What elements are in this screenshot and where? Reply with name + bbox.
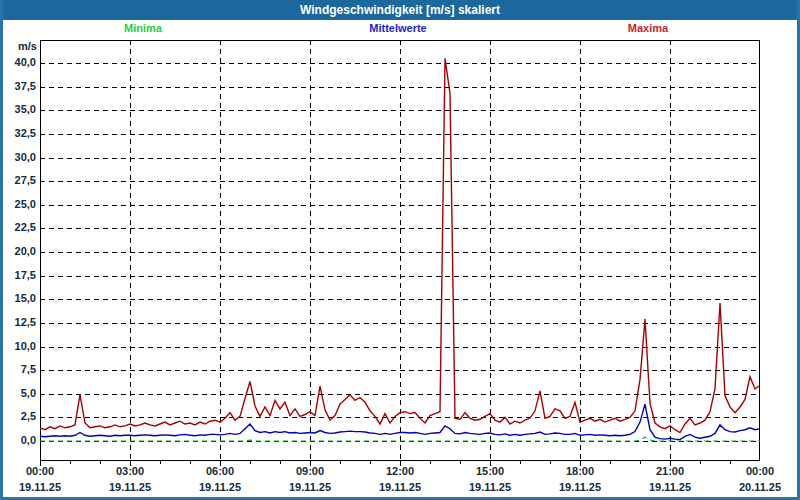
- y-tick-label: 17,5: [0, 269, 36, 281]
- x-tick-date-label: 19.11.25: [5, 481, 75, 493]
- y-tick-label: 0,0: [0, 434, 36, 446]
- legend-item-minima: Minima: [124, 22, 162, 34]
- x-tick-date-label: 19.11.25: [185, 481, 255, 493]
- x-tick-time-label: 03:00: [95, 465, 165, 477]
- legend-item-mittelwerte: Mittelwerte: [369, 22, 426, 34]
- y-tick-label: 22,5: [0, 221, 36, 233]
- page-title: Windgeschwindigkeit [m/s] skaliert: [300, 3, 500, 17]
- x-tick-date-label: 19.11.25: [95, 481, 165, 493]
- title-bar: Windgeschwindigkeit [m/s] skaliert: [0, 0, 800, 20]
- y-tick-label: 32,5: [0, 127, 36, 139]
- y-tick-label: 35,0: [0, 103, 36, 115]
- x-tick-date-label: 19.11.25: [455, 481, 525, 493]
- y-tick-label: 37,5: [0, 80, 36, 92]
- y-tick-label: 7,5: [0, 363, 36, 375]
- y-tick-label: 2,5: [0, 410, 36, 422]
- y-tick-label: 30,0: [0, 151, 36, 163]
- x-tick-date-label: 19.11.25: [635, 481, 705, 493]
- x-tick-time-label: 00:00: [5, 465, 75, 477]
- x-tick-date-label: 20.11.25: [725, 481, 795, 493]
- y-tick-label: 40,0: [0, 56, 36, 68]
- wind-speed-chart: [40, 40, 760, 461]
- x-tick-date-label: 19.11.25: [275, 481, 345, 493]
- x-tick-time-label: 12:00: [365, 465, 435, 477]
- x-tick-date-label: 19.11.25: [365, 481, 435, 493]
- y-tick-label: 10,0: [0, 340, 36, 352]
- y-tick-label: 5,0: [0, 387, 36, 399]
- x-tick-time-label: 00:00: [725, 465, 795, 477]
- x-tick-time-label: 06:00: [185, 465, 255, 477]
- y-tick-label: 20,0: [0, 245, 36, 257]
- x-tick-date-label: 19.11.25: [545, 481, 615, 493]
- y-tick-label: 27,5: [0, 174, 36, 186]
- y-tick-label: 12,5: [0, 316, 36, 328]
- y-axis-unit-label: m/s: [0, 40, 37, 52]
- chart-window: Windgeschwindigkeit [m/s] skaliert Minim…: [0, 0, 800, 500]
- legend-item-maxima: Maxima: [628, 22, 668, 34]
- x-tick-time-label: 15:00: [455, 465, 525, 477]
- x-tick-time-label: 09:00: [275, 465, 345, 477]
- x-tick-time-label: 18:00: [545, 465, 615, 477]
- x-tick-time-label: 21:00: [635, 465, 705, 477]
- y-tick-label: 25,0: [0, 198, 36, 210]
- y-tick-label: 15,0: [0, 292, 36, 304]
